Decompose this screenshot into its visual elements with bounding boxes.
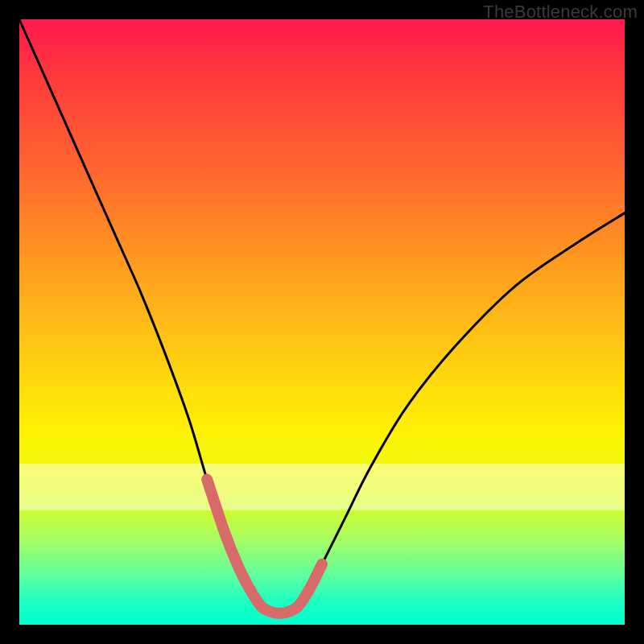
- chart-curve-layer: [19, 19, 625, 625]
- bottleneck-curve-highlight: [207, 480, 322, 613]
- chart-frame: TheBottleneck.com: [0, 0, 644, 644]
- watermark-text: TheBottleneck.com: [483, 2, 638, 23]
- bottleneck-curve: [19, 19, 625, 613]
